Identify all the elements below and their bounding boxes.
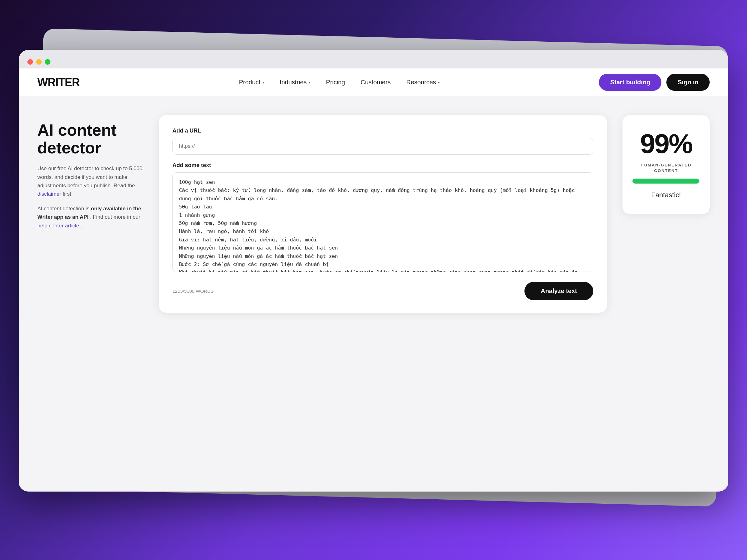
- chevron-down-icon: ▾: [262, 80, 264, 85]
- analyze-button[interactable]: Analyze text: [524, 282, 593, 300]
- browser-dots: [27, 59, 50, 65]
- hero-description: Use our free AI detector to check up to …: [37, 164, 143, 198]
- result-status: Fantastic!: [651, 191, 681, 199]
- chevron-down-icon: ▾: [438, 80, 440, 85]
- nav-item-pricing[interactable]: Pricing: [326, 79, 345, 86]
- nav-item-customers[interactable]: Customers: [360, 79, 391, 86]
- navbar: WRITER Product ▾ Industries ▾ Pricing Cu…: [19, 69, 728, 97]
- help-center-link[interactable]: help center article: [37, 223, 79, 229]
- result-panel: 99% HUMAN-GENERATED CONTENT Fantastic!: [622, 115, 710, 214]
- nav-actions: Start building Sign in: [599, 74, 710, 91]
- hero-note: AI content detection is only available i…: [37, 205, 143, 230]
- sign-in-button[interactable]: Sign in: [666, 74, 710, 91]
- url-section: Add a URL: [173, 128, 593, 155]
- chevron-down-icon: ▾: [308, 80, 310, 85]
- card-footer: 1253/5000 WORDS Analyze text: [173, 282, 593, 300]
- text-label: Add some text: [173, 162, 593, 169]
- hero-left: AI content detector Use our free AI dete…: [37, 115, 143, 230]
- text-input[interactable]: [173, 172, 593, 272]
- main-content: WRITER Product ▾ Industries ▾ Pricing Cu…: [19, 69, 728, 491]
- text-section: Add some text: [173, 162, 593, 273]
- disclaimer-link[interactable]: disclaimer: [37, 191, 61, 197]
- nav-item-product[interactable]: Product ▾: [239, 79, 264, 86]
- nav-links: Product ▾ Industries ▾ Pricing Customers…: [239, 79, 440, 86]
- browser-chrome: [19, 50, 728, 69]
- close-dot[interactable]: [27, 59, 33, 65]
- result-percentage: 99%: [640, 130, 692, 157]
- hero-section: AI content detector Use our free AI dete…: [19, 97, 728, 491]
- browser-window: WRITER Product ▾ Industries ▾ Pricing Cu…: [19, 50, 728, 491]
- page-title: AI content detector: [37, 121, 143, 157]
- logo: WRITER: [37, 76, 80, 89]
- result-label: HUMAN-GENERATED CONTENT: [633, 162, 700, 174]
- progress-bar-fill: [633, 179, 699, 184]
- word-count: 1253/5000 WORDS: [173, 288, 214, 294]
- url-input[interactable]: [173, 138, 593, 155]
- start-building-button[interactable]: Start building: [599, 74, 662, 91]
- url-label: Add a URL: [173, 128, 593, 134]
- nav-item-industries[interactable]: Industries ▾: [280, 79, 311, 86]
- minimize-dot[interactable]: [36, 59, 42, 65]
- progress-bar: [633, 179, 700, 184]
- nav-item-resources[interactable]: Resources ▾: [406, 79, 440, 86]
- tool-card: Add a URL Add some text 1253/5000 WORDS …: [159, 115, 607, 313]
- fullscreen-dot[interactable]: [45, 59, 50, 65]
